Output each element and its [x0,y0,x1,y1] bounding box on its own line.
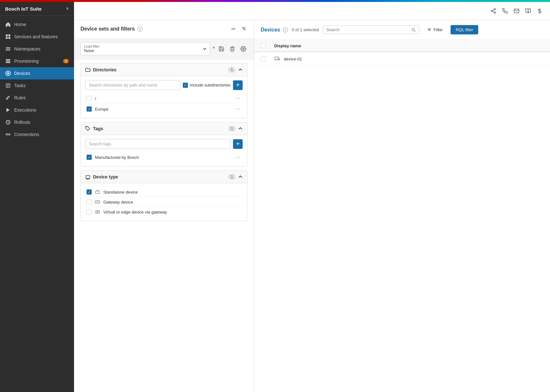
right-content: Device sets and filters i [74,20,550,392]
selected-count: 0 of 1 selected [292,27,319,32]
sidebar-item-provisioning[interactable]: Provisioning 8 [0,55,74,67]
sidebar-item-executions[interactable]: Executions [0,104,74,116]
tags-collapse-icon [238,126,243,131]
sidebar-item-connections[interactable]: Connections [0,128,74,141]
load-filter-select[interactable]: Load filter None [80,42,210,55]
sidebar-item-devices[interactable]: Devices [0,67,74,79]
directory-europe-checkbox[interactable] [87,106,92,112]
directories-section-header[interactable]: Directories 1 [81,64,247,76]
directory-root-more-button[interactable]: ··· [235,96,241,101]
filter-toolbar-icons [217,45,247,53]
tags-search-input[interactable] [85,139,230,149]
svg-rect-3 [8,37,10,39]
svg-point-39 [97,211,98,213]
tags-section-header[interactable]: Tags 1 [81,123,247,135]
sidebar-item-services[interactable]: Services and features [0,31,74,43]
filter-panel-info-icon[interactable]: i [137,26,143,32]
tag-item-bosch: Manufactured by Bosch ··· [85,152,243,162]
save-filter-button[interactable] [217,45,226,53]
gateway-checkbox[interactable] [87,199,92,205]
sidebar-item-devices-label: Devices [14,71,30,76]
sidebar-item-home-label: Home [14,22,26,27]
currency-icon[interactable] [536,7,544,15]
sidebar-item-rollouts[interactable]: Rollouts [0,116,74,128]
sidebar-close-button[interactable]: × [66,6,69,12]
virtual-device-icon [95,209,100,214]
standalone-checkbox[interactable] [87,189,92,195]
expand-button[interactable] [240,25,247,33]
folder-icon [85,67,90,72]
tag-bosch-more-button[interactable]: ··· [235,154,241,160]
svg-rect-5 [6,49,10,49]
device-type-virtual: Virtual or edge device via gateway [85,207,243,217]
devices-filter-button[interactable]: Filter [423,25,447,34]
filter-panel: Device sets and filters i [74,20,254,392]
include-subdirs-label: Include subdirectories [190,83,230,87]
devices-info-icon[interactable]: i [283,27,288,32]
filter-icon [427,28,432,32]
right-area: Device sets and filters i [74,2,550,392]
devices-search-input[interactable] [326,27,409,32]
book-icon[interactable] [524,7,532,15]
sidebar-item-namespaces-label: Namespaces [14,46,41,51]
namespaces-icon [5,46,11,52]
executions-icon [5,107,11,113]
device-type-section-body: Standalone device Gateway device Virtu [81,183,247,221]
svg-rect-2 [6,37,8,39]
devices-search-box [323,25,419,34]
add-directory-button[interactable]: + [233,80,243,90]
devices-table-header: Display name [254,40,550,52]
svg-point-18 [6,134,8,135]
device-type-badge: 1 [228,174,236,180]
tags-section-body: + Manufactured by Bosch ··· [81,135,247,166]
svg-point-28 [243,48,244,50]
device-01-checkbox[interactable] [261,56,266,61]
load-filter-row: Load filter None * [74,38,254,59]
directory-item-root: / ··· [85,93,243,104]
devices-panel: Devices i 0 of 1 selected Filter RQL fil… [254,20,550,392]
directory-europe-more-button[interactable]: ··· [235,106,241,112]
minimize-button[interactable] [229,25,237,33]
table-row: device-01 [254,52,550,66]
directory-root-label: / [95,96,231,101]
directory-root-checkbox[interactable] [87,96,92,101]
select-all-checkbox[interactable] [261,43,266,48]
svg-rect-30 [86,176,90,178]
devices-header: Devices i 0 of 1 selected Filter RQL fil… [254,20,550,40]
directory-europe-label: Europe [95,107,231,112]
delete-filter-button[interactable] [228,45,237,53]
add-tag-button[interactable]: + [233,139,243,149]
include-subdirs-checkbox[interactable] [183,83,188,88]
settings-filter-button[interactable] [239,45,247,53]
svg-line-24 [492,11,494,12]
virtual-checkbox[interactable] [87,209,92,214]
directories-search-input[interactable] [85,80,180,90]
svg-rect-8 [6,61,10,62]
devices-title: Devices i [261,27,288,33]
svg-rect-6 [6,50,10,50]
svg-rect-1 [8,34,10,36]
device-01-name: device-01 [284,57,544,61]
tag-bosch-label: Manufactured by Bosch [95,155,231,160]
svg-point-19 [9,134,10,135]
app-title: Bosch IoT Suite [5,6,42,12]
device-type-section-header[interactable]: Device type 1 [81,171,247,183]
directories-search-row: Include subdirectories + [85,80,243,90]
filter-panel-actions [229,25,247,33]
sidebar-item-tasks[interactable]: Tasks [0,79,74,92]
sidebar-item-rules[interactable]: Rules [0,92,74,104]
sidebar-item-namespaces[interactable]: Namespaces [0,43,74,55]
standalone-label: Standalone device [103,190,241,195]
rql-filter-button[interactable]: RQL filter [451,25,478,34]
svg-rect-7 [6,59,10,60]
share-icon[interactable] [489,7,497,15]
device-type-section: Device type 1 Standalone devic [80,170,247,221]
tag-bosch-checkbox[interactable] [87,155,92,160]
sidebar-item-home[interactable]: Home [0,18,74,31]
svg-rect-4 [6,47,10,48]
phone-icon[interactable] [501,7,509,15]
mail-icon[interactable] [513,7,520,15]
sidebar-header: Bosch IoT Suite × [0,2,74,16]
filter-panel-header: Device sets and filters i [74,20,254,38]
device-type-gateway: Gateway device [85,197,243,207]
